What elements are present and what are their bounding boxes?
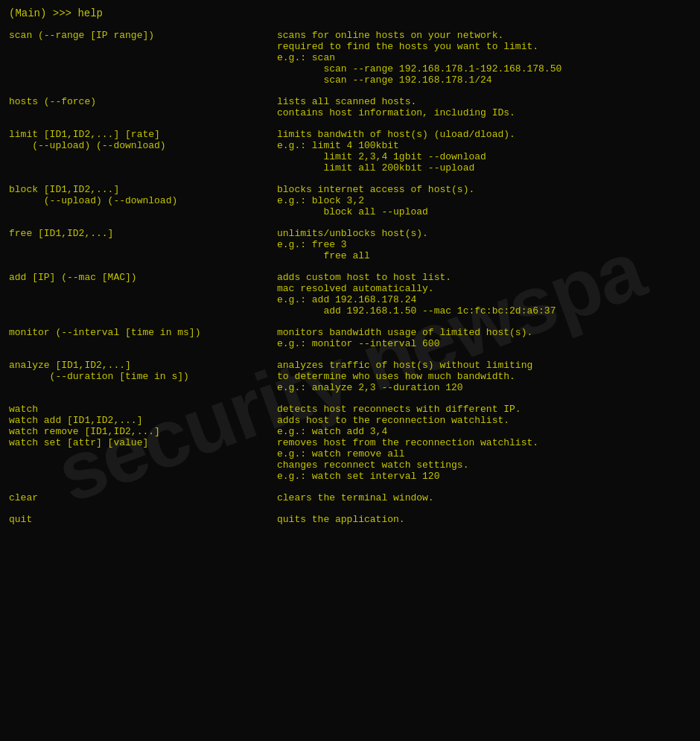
- help-row: add [IP] (--mac [MAC])adds custom host t…: [9, 272, 691, 327]
- command-cell: quit: [9, 514, 277, 535]
- help-table: scan (--range [IP range])scans for onlin…: [9, 30, 691, 535]
- description-cell: clears the terminal window.: [277, 492, 691, 514]
- help-row: clearclears the terminal window.: [9, 492, 691, 514]
- help-row: limit [ID1,ID2,...] [rate] (--upload) (-…: [9, 129, 691, 184]
- description-cell: blocks internet access of host(s). e.g.:…: [277, 184, 691, 228]
- help-row: analyze [ID1,ID2,...] (--duration [time …: [9, 360, 691, 404]
- description-cell: scans for online hosts on your network. …: [277, 30, 691, 96]
- command-cell: scan (--range [IP range]): [9, 30, 277, 96]
- command-cell: free [ID1,ID2,...]: [9, 228, 277, 272]
- description-cell: unlimits/unblocks host(s). e.g.: free 3 …: [277, 228, 691, 272]
- description-cell: limits bandwith of host(s) (uload/dload)…: [277, 129, 691, 184]
- description-cell: monitors bandwidth usage of limited host…: [277, 327, 691, 360]
- command-cell: monitor (--interval [time in ms]): [9, 327, 277, 360]
- description-cell: quits the application.: [277, 514, 691, 535]
- command-cell: clear: [9, 492, 277, 514]
- help-row: watch watch add [ID1,ID2,...] watch remo…: [9, 404, 691, 492]
- help-row: hosts (--force)lists all scanned hosts. …: [9, 96, 691, 129]
- description-cell: adds custom host to host list. mac resol…: [277, 272, 691, 327]
- help-row: free [ID1,ID2,...]unlimits/unblocks host…: [9, 228, 691, 272]
- command-cell: limit [ID1,ID2,...] [rate] (--upload) (-…: [9, 129, 277, 184]
- help-row: scan (--range [IP range])scans for onlin…: [9, 30, 691, 96]
- description-cell: lists all scanned hosts. contains host i…: [277, 96, 691, 129]
- command-cell: hosts (--force): [9, 96, 277, 129]
- help-row: block [ID1,ID2,...] (--upload) (--downlo…: [9, 184, 691, 228]
- command-cell: add [IP] (--mac [MAC]): [9, 272, 277, 327]
- prompt-line: (Main) >>> help: [9, 7, 691, 19]
- command-cell: analyze [ID1,ID2,...] (--duration [time …: [9, 360, 277, 404]
- command-cell: watch watch add [ID1,ID2,...] watch remo…: [9, 404, 277, 492]
- help-row: monitor (--interval [time in ms])monitor…: [9, 327, 691, 360]
- command-cell: block [ID1,ID2,...] (--upload) (--downlo…: [9, 184, 277, 228]
- description-cell: analyzes traffic of host(s) without limi…: [277, 360, 691, 404]
- help-row: quitquits the application.: [9, 514, 691, 535]
- terminal-container: (Main) >>> help scan (--range [IP range]…: [0, 0, 700, 543]
- description-cell: detects host reconnects with different I…: [277, 404, 691, 492]
